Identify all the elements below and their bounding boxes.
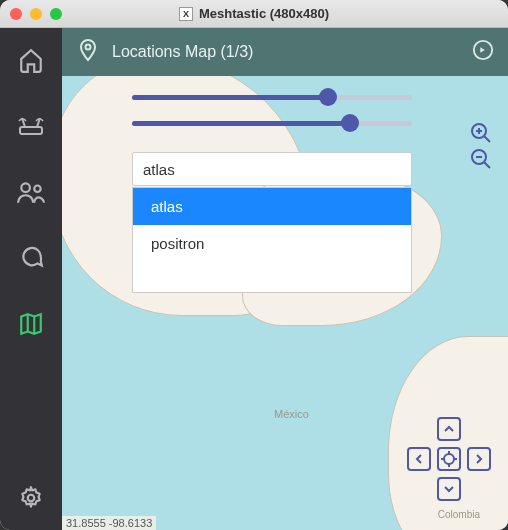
zoom-out-button[interactable] bbox=[468, 146, 494, 172]
svg-point-4 bbox=[34, 186, 40, 192]
svg-rect-0 bbox=[20, 127, 42, 134]
x11-icon: X bbox=[179, 7, 193, 21]
sidebar bbox=[0, 28, 62, 530]
dropdown-item-positron[interactable]: positron bbox=[133, 225, 411, 262]
zoom-controls bbox=[468, 120, 494, 172]
traffic-lights bbox=[10, 8, 62, 20]
zoom-in-button[interactable] bbox=[468, 120, 494, 146]
minimize-window[interactable] bbox=[30, 8, 42, 20]
search-input[interactable] bbox=[132, 152, 412, 186]
pad-right[interactable] bbox=[464, 444, 494, 474]
svg-point-8 bbox=[86, 45, 91, 50]
sliders bbox=[132, 90, 412, 142]
close-window[interactable] bbox=[10, 8, 22, 20]
power-icon[interactable] bbox=[472, 39, 494, 65]
nav-people[interactable] bbox=[17, 178, 45, 206]
maximize-window[interactable] bbox=[50, 8, 62, 20]
page-title: Locations Map (1/3) bbox=[112, 43, 460, 61]
map-label-mexico: México bbox=[274, 408, 309, 420]
pad-center[interactable] bbox=[434, 444, 464, 474]
pad-up[interactable] bbox=[434, 414, 464, 444]
coords-display: 31.8555 -98.6133 bbox=[62, 516, 156, 530]
titlebar: X Meshtastic (480x480) bbox=[0, 0, 508, 28]
svg-point-7 bbox=[28, 495, 35, 502]
location-pin-icon bbox=[76, 38, 100, 66]
direction-pad bbox=[404, 414, 494, 504]
window-title: X Meshtastic (480x480) bbox=[0, 6, 508, 21]
pad-left[interactable] bbox=[404, 444, 434, 474]
nav-router[interactable] bbox=[17, 112, 45, 140]
main-area: Locations Map (1/3) México Colombia bbox=[62, 28, 508, 530]
svg-point-17 bbox=[444, 454, 454, 464]
nav-settings[interactable] bbox=[17, 484, 45, 512]
map-label-colombia: Colombia bbox=[438, 509, 480, 520]
search-dropdown: atlas positron bbox=[132, 187, 412, 293]
slider-1[interactable] bbox=[132, 90, 412, 104]
nav-home[interactable] bbox=[17, 46, 45, 74]
nav-chat[interactable] bbox=[17, 244, 45, 272]
search-container: atlas positron bbox=[132, 152, 412, 293]
page-header: Locations Map (1/3) bbox=[62, 28, 508, 76]
pad-down[interactable] bbox=[434, 474, 464, 504]
window-title-text: Meshtastic (480x480) bbox=[199, 6, 329, 21]
nav-map[interactable] bbox=[17, 310, 45, 338]
map-canvas[interactable]: México Colombia bbox=[62, 76, 508, 530]
slider-2[interactable] bbox=[132, 116, 412, 130]
svg-line-11 bbox=[484, 136, 490, 142]
svg-point-3 bbox=[21, 183, 30, 192]
dropdown-item-atlas[interactable]: atlas bbox=[133, 188, 411, 225]
svg-line-15 bbox=[484, 162, 490, 168]
